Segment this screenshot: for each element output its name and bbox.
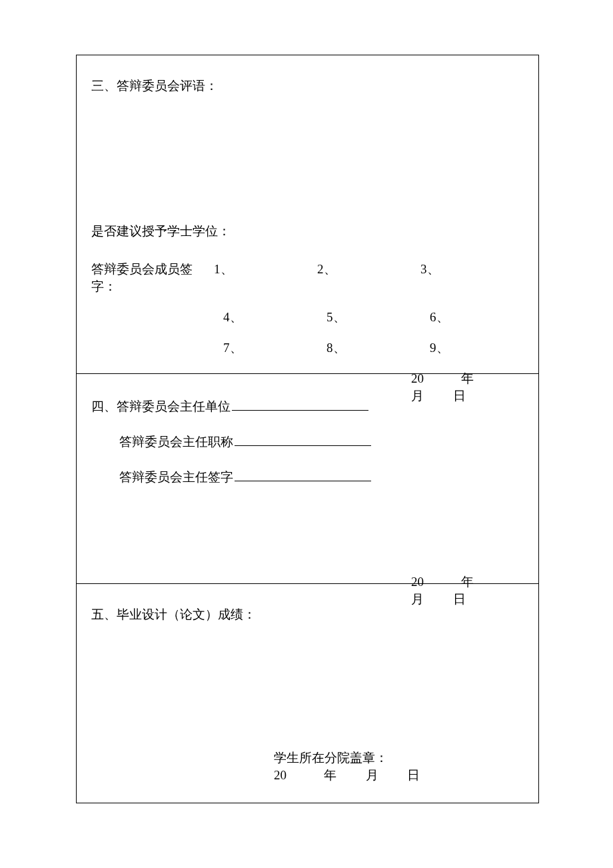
- sign-slots-row-1: 1、 2、 3、: [214, 261, 524, 278]
- sign-slot[interactable]: 4、: [223, 309, 326, 326]
- sign-slot[interactable]: 2、: [317, 261, 420, 278]
- sign-slot[interactable]: 3、: [420, 261, 524, 278]
- committee-sign-row-2: 4、 5、 6、: [91, 309, 524, 326]
- stamp-date-line: 学生所在分院盖章： 20 年 月 日: [77, 749, 538, 784]
- chair-rank-row: 答辩委员会主任职称: [119, 431, 524, 451]
- chair-sign-field[interactable]: [235, 466, 371, 481]
- section-5-title: 五、毕业设计（论文）成绩：: [91, 605, 524, 624]
- section-4: 四、答辩委员会主任单位 答辩委员会主任职称 答辩委员会主任签字 20 年 月 日: [77, 373, 538, 583]
- committee-sign-row-3: 7、 8、 9、: [91, 339, 524, 357]
- chair-sign-label: 答辩委员会主任签字: [119, 470, 233, 484]
- suggest-degree-label: 是否建议授予学士学位：: [91, 222, 524, 241]
- chair-sign-row: 答辩委员会主任签字: [119, 466, 524, 487]
- section-4-prefix: 四、: [91, 399, 117, 413]
- section-4-content: 四、答辩委员会主任单位 答辩委员会主任职称 答辩委员会主任签字 20 年 月 日: [77, 374, 538, 608]
- date-day-label: 日: [407, 767, 446, 784]
- form-table: 三、答辩委员会评语： 是否建议授予学士学位： 答辩委员会成员签字： 1、 2、 …: [76, 55, 539, 803]
- document-page: 三、答辩委员会评语： 是否建议授予学士学位： 答辩委员会成员签字： 1、 2、 …: [0, 0, 613, 868]
- section-3: 三、答辩委员会评语： 是否建议授予学士学位： 答辩委员会成员签字： 1、 2、 …: [77, 55, 538, 373]
- date-month-label: 月: [366, 767, 404, 784]
- date-year-prefix: 20: [274, 768, 320, 783]
- faculty-stamp-label: 学生所在分院盖章：: [274, 749, 388, 767]
- chair-unit-field[interactable]: [232, 395, 368, 411]
- sign-slot[interactable]: 7、: [223, 339, 326, 357]
- sign-slots-row-3: 7、 8、 9、: [223, 339, 533, 357]
- section-5-footer: 学生所在分院盖章： 20 年 月 日: [77, 749, 538, 784]
- section-5: 五、毕业设计（论文）成绩： 学生所在分院盖章： 20 年 月 日: [77, 583, 538, 803]
- date-year-label: 年: [324, 767, 362, 784]
- chair-rank-field[interactable]: [235, 431, 371, 446]
- section-3-content: 三、答辩委员会评语： 是否建议授予学士学位： 答辩委员会成员签字： 1、 2、 …: [77, 55, 538, 405]
- chair-unit-label: 答辩委员会主任单位: [117, 399, 231, 413]
- chair-rank-label: 答辩委员会主任职称: [119, 435, 233, 449]
- committee-sign-row-1: 答辩委员会成员签字： 1、 2、 3、: [91, 261, 524, 295]
- section-5-content: 五、毕业设计（论文）成绩：: [77, 584, 538, 624]
- date-fields[interactable]: 20 年 月 日: [274, 767, 446, 784]
- chair-unit-row: 四、答辩委员会主任单位: [91, 395, 524, 416]
- sign-slot[interactable]: 9、: [430, 339, 533, 357]
- sign-slot[interactable]: 8、: [326, 339, 430, 357]
- sign-slot[interactable]: 6、: [430, 309, 533, 326]
- sign-slot[interactable]: 5、: [326, 309, 430, 326]
- committee-sign-label: 答辩委员会成员签字：: [91, 261, 209, 295]
- section-3-title: 三、答辩委员会评语：: [91, 77, 524, 95]
- sign-slot[interactable]: 1、: [214, 261, 317, 278]
- sign-slots-row-2: 4、 5、 6、: [223, 309, 533, 326]
